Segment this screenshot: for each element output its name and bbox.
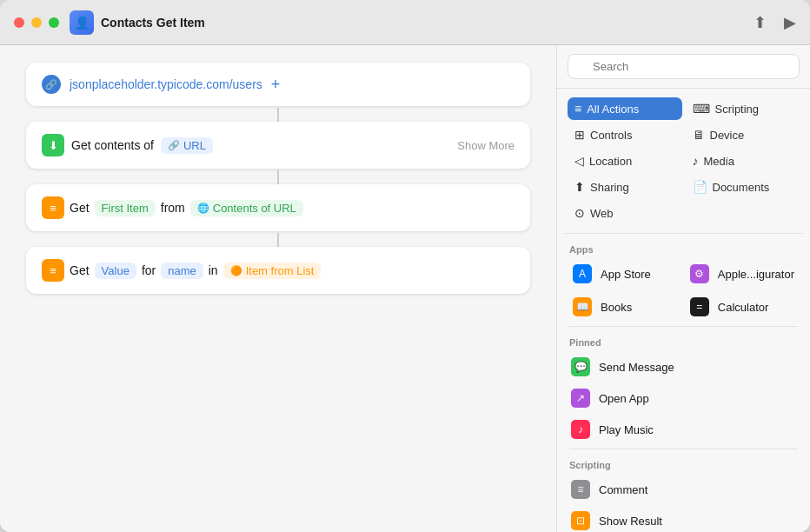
window-title: Contacts Get Item	[101, 16, 754, 30]
sidebar-item-media[interactable]: ♪ Media	[686, 150, 800, 172]
search-input[interactable]	[568, 54, 800, 79]
name-pill[interactable]: name	[161, 263, 203, 279]
divider-pinned	[569, 326, 798, 327]
sidebar-item-documents[interactable]: 📄 Documents	[686, 176, 800, 198]
sidebar-item-web[interactable]: ⊙ Web	[568, 202, 682, 224]
share-button[interactable]: ⬆	[754, 13, 767, 32]
get-value-card: ≡ Get Value for name in 🟠 Item from List	[26, 247, 530, 294]
add-url-button[interactable]: +	[271, 76, 281, 94]
send-message-label: Send Message	[599, 361, 674, 374]
sidebar-item-sharing[interactable]: ⬆ Sharing	[568, 176, 682, 198]
get-first-icon: ≡	[42, 196, 64, 219]
minimize-button[interactable]	[31, 17, 42, 28]
from-label: from	[161, 201, 185, 215]
contents-url-pill[interactable]: 🌐 Contents of URL	[190, 200, 303, 216]
first-item-pill[interactable]: First Item	[95, 200, 156, 216]
connector-3	[277, 233, 279, 247]
get-first-item-card: ≡ Get First Item from 🌐 Contents of URL	[26, 184, 530, 231]
titlebar-actions: ⬆ ▶	[754, 13, 796, 32]
sidebar-item-controls[interactable]: ⊞ Controls	[568, 123, 682, 146]
traffic-lights	[14, 17, 59, 28]
value-pill[interactable]: Value	[95, 263, 136, 279]
send-message-icon: 💬	[571, 357, 590, 376]
documents-icon: 📄	[693, 180, 707, 194]
sidebar-item-location[interactable]: ◁ Location	[568, 150, 682, 172]
device-label: Device	[710, 129, 745, 142]
url-pill[interactable]: 🔗 URL	[161, 137, 213, 154]
apps-section-label: Apps	[562, 237, 805, 258]
play-button[interactable]: ▶	[784, 13, 796, 32]
controls-icon: ⊞	[574, 128, 585, 142]
apps-grid: A App Store ⚙ Apple...igurator 📖 Books =…	[562, 258, 805, 323]
get-contents-icon: ⬇	[42, 134, 64, 156]
books-label: Books	[601, 301, 632, 314]
sidebar-item-comment[interactable]: ≡ Comment	[562, 474, 805, 505]
sharing-label: Sharing	[590, 181, 629, 194]
connector-1	[277, 108, 279, 122]
sidebar-item-scripting[interactable]: ⌨ Scripting	[686, 97, 800, 120]
canvas: 🔗 jsonplaceholder.typicode.com/users + ⬇…	[0, 45, 556, 532]
play-music-icon: ♪	[571, 420, 590, 439]
show-result-label: Show Result	[599, 515, 662, 528]
all-actions-icon: ≡	[574, 102, 581, 116]
sidebar-item-all-actions[interactable]: ≡ All Actions	[568, 97, 682, 120]
sidebar-item-books[interactable]: 📖 Books	[564, 291, 680, 323]
fullscreen-button[interactable]	[49, 17, 59, 28]
get-contents-card: ⬇ Get contents of 🔗 URL Show More	[26, 122, 530, 169]
url-card: 🔗 jsonplaceholder.typicode.com/users +	[26, 63, 530, 106]
sidebar-item-app-store[interactable]: A App Store	[564, 258, 680, 289]
item-from-list-pill[interactable]: 🟠 Item from List	[223, 263, 322, 279]
main-content: 🔗 jsonplaceholder.typicode.com/users + ⬇…	[0, 45, 810, 532]
app-store-label: App Store	[601, 268, 651, 281]
books-icon: 📖	[573, 297, 592, 316]
scripting-label: Scripting	[715, 103, 760, 116]
apple-configurator-icon: ⚙	[690, 264, 709, 283]
open-app-icon: ↗	[571, 389, 590, 408]
get-value-icon: ≡	[42, 259, 64, 282]
close-button[interactable]	[14, 17, 24, 28]
app-icon: 👤	[70, 10, 94, 35]
web-label: Web	[590, 207, 614, 220]
web-icon: ⊙	[574, 206, 585, 220]
comment-label: Comment	[599, 483, 647, 496]
url-icon: 🔗	[42, 75, 61, 94]
calculator-label: Calculator	[718, 301, 769, 314]
media-label: Media	[704, 155, 734, 168]
in-label: in	[209, 263, 218, 277]
location-icon: ◁	[574, 154, 584, 168]
get-label-1: Get	[70, 201, 90, 215]
categories-grid: ≡ All Actions ⌨ Scripting ⊞ Controls 🖥 D…	[557, 89, 810, 229]
sidebar-item-open-app[interactable]: ↗ Open App	[562, 382, 805, 414]
get-label-2: Get	[70, 263, 90, 277]
for-label: for	[142, 263, 156, 277]
pinned-section-label: Pinned	[562, 330, 805, 351]
divider-apps	[564, 233, 803, 234]
comment-icon: ≡	[571, 480, 590, 499]
sidebar-item-calculator[interactable]: = Calculator	[681, 291, 803, 323]
url-text[interactable]: jsonplaceholder.typicode.com/users	[70, 77, 262, 91]
sidebar-item-device[interactable]: 🖥 Device	[686, 123, 800, 146]
divider-scripting	[569, 449, 798, 449]
device-icon: 🖥	[693, 128, 705, 142]
media-icon: ♪	[693, 154, 699, 168]
open-app-label: Open App	[599, 392, 649, 405]
location-label: Location	[589, 155, 632, 168]
sidebar-list[interactable]: Apps A App Store ⚙ Apple...igurator 📖 Bo…	[557, 237, 810, 532]
play-music-label: Play Music	[599, 423, 654, 436]
all-actions-label: All Actions	[587, 103, 639, 116]
show-result-icon: ⊡	[571, 511, 590, 530]
sidebar-item-show-result[interactable]: ⊡ Show Result	[562, 505, 805, 532]
documents-label: Documents	[713, 181, 770, 194]
controls-label: Controls	[590, 129, 632, 142]
scripting-icon: ⌨	[693, 102, 710, 116]
show-more-button[interactable]: Show More	[457, 139, 515, 152]
calculator-icon: =	[690, 297, 709, 316]
sidebar-item-apple-configurator[interactable]: ⚙ Apple...igurator	[681, 258, 803, 289]
connector-2	[277, 170, 279, 184]
titlebar: 👤 Contacts Get Item ⬆ ▶	[0, 0, 810, 45]
sidebar-item-play-music[interactable]: ♪ Play Music	[562, 414, 805, 445]
sidebar-item-send-message[interactable]: 💬 Send Message	[562, 351, 805, 382]
app-store-icon: A	[573, 264, 592, 283]
app-window: 👤 Contacts Get Item ⬆ ▶ 🔗 jsonplaceholde…	[0, 0, 810, 532]
sharing-icon: ⬆	[574, 180, 585, 194]
